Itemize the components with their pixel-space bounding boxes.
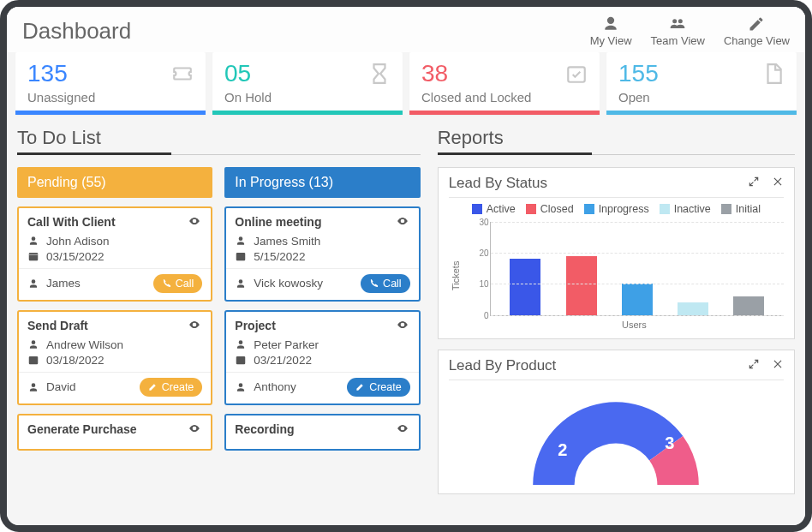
inprogress-list: In Progress (13) Online meeting James Sm… [224, 167, 420, 451]
close-icon[interactable] [772, 358, 784, 374]
sort-icon[interactable] [397, 176, 410, 189]
task-assignee: David [46, 380, 76, 393]
ticket-icon [171, 63, 194, 88]
person-icon [235, 278, 247, 290]
create-button[interactable]: Create [347, 378, 410, 397]
eye-icon[interactable] [187, 215, 202, 230]
file-icon [762, 63, 785, 88]
pending-header[interactable]: Pending (55) [17, 167, 212, 198]
task-card[interactable]: Send Draft Andrew Wilson 03/18/2022 Davi… [17, 310, 212, 405]
x-axis-label: Users [485, 320, 784, 330]
panel-title: Lead By Product [449, 357, 557, 374]
calendar-check-icon [565, 63, 588, 88]
eye-icon[interactable] [187, 422, 202, 437]
person-icon [235, 338, 247, 350]
close-icon[interactable] [772, 176, 784, 191]
chart-legend: ActiveClosedInprogressInactiveInitial [449, 203, 784, 215]
stat-value: 38 [421, 61, 588, 87]
stat-value: 05 [224, 61, 391, 87]
task-card[interactable]: Online meeting James Smith 5/15/2022 Vic… [224, 206, 420, 302]
create-button[interactable]: Create [140, 378, 203, 397]
task-assignee: James [46, 277, 81, 290]
task-person: John Adison [46, 235, 110, 248]
eye-icon[interactable] [395, 422, 410, 437]
pencil-icon [747, 15, 766, 33]
stat-closed[interactable]: 38 Closed and Locked [409, 52, 600, 115]
calendar-icon [27, 354, 39, 366]
person-icon [27, 235, 39, 247]
task-date: 5/15/2022 [254, 250, 305, 263]
stat-value: 135 [27, 61, 194, 87]
expand-icon[interactable] [748, 176, 760, 191]
lead-by-product-panel: Lead By Product 2 3 [438, 350, 795, 494]
panel-title: Lead By Status [449, 175, 547, 192]
my-view-label: My View [590, 34, 632, 47]
reports-section-title: Reports [438, 123, 795, 155]
task-person: James Smith [254, 235, 320, 248]
sort-icon[interactable] [188, 176, 202, 189]
user-icon [601, 15, 620, 33]
hourglass-icon [368, 63, 391, 88]
calendar-icon [235, 250, 247, 262]
task-title: Recording [235, 422, 294, 436]
phone-icon [162, 278, 171, 288]
eye-icon[interactable] [395, 215, 410, 230]
change-view-button[interactable]: Change View [724, 15, 790, 47]
users-icon [668, 15, 687, 33]
team-view-button[interactable]: Team View [651, 15, 705, 47]
task-person: Andrew Wilson [46, 338, 123, 351]
pencil-icon [355, 382, 365, 392]
person-icon [235, 381, 247, 393]
task-date: 03/21/2022 [254, 354, 312, 367]
pill-label: Call [176, 278, 194, 290]
inprogress-header-label: In Progress (13) [235, 175, 333, 190]
task-title: Project [235, 319, 275, 332]
task-title: Generate Purchase [27, 422, 137, 436]
pending-list: Pending (55) Call With Client John Adiso… [17, 167, 212, 451]
call-button[interactable]: Call [361, 274, 410, 293]
bar-chart: 0102030 [490, 222, 784, 316]
stat-label: Open [618, 90, 785, 105]
inprogress-header[interactable]: In Progress (13) [224, 167, 420, 198]
stat-label: Closed and Locked [421, 90, 588, 105]
task-title: Send Draft [27, 319, 88, 332]
donut-label-b: 3 [665, 433, 674, 453]
y-axis-label: Tickets [449, 222, 463, 330]
task-title: Online meeting [235, 215, 321, 229]
calendar-icon [235, 354, 247, 366]
page-title: Dashboard [22, 18, 131, 45]
task-assignee: Vick kowosky [254, 277, 323, 290]
task-assignee: Anthony [254, 380, 296, 393]
pending-header-label: Pending (55) [27, 175, 106, 190]
task-title: Call With Client [27, 215, 116, 229]
person-icon [235, 235, 247, 247]
eye-icon[interactable] [187, 319, 202, 333]
svg-rect-4 [236, 356, 246, 364]
person-icon [27, 338, 39, 350]
svg-rect-1 [29, 253, 39, 260]
call-button[interactable]: Call [153, 274, 203, 293]
task-card[interactable]: Call With Client John Adison 03/15/2022 … [17, 206, 212, 302]
task-person: Peter Parker [254, 338, 319, 351]
calendar-icon [27, 250, 39, 262]
stat-label: On Hold [224, 90, 391, 105]
person-icon [27, 278, 39, 290]
pill-label: Create [162, 381, 194, 393]
eye-icon[interactable] [395, 319, 410, 333]
pill-label: Call [383, 278, 402, 290]
stat-onhold[interactable]: 05 On Hold [212, 52, 403, 115]
my-view-button[interactable]: My View [590, 15, 632, 47]
task-date: 03/18/2022 [46, 354, 104, 367]
donut-label-a: 2 [558, 440, 567, 460]
task-date: 03/15/2022 [46, 250, 104, 263]
stat-label: Unassigned [27, 90, 194, 105]
task-card[interactable]: Recording [224, 414, 420, 451]
stat-unassigned[interactable]: 135 Unassigned [15, 52, 206, 115]
stat-open[interactable]: 155 Open [606, 52, 797, 115]
phone-icon [369, 278, 379, 288]
task-card[interactable]: Project Peter Parker 03/21/2022 Anthony … [224, 310, 420, 405]
expand-icon[interactable] [748, 358, 760, 374]
pill-label: Create [369, 381, 402, 393]
task-card[interactable]: Generate Purchase [17, 414, 212, 451]
change-view-label: Change View [724, 34, 790, 47]
